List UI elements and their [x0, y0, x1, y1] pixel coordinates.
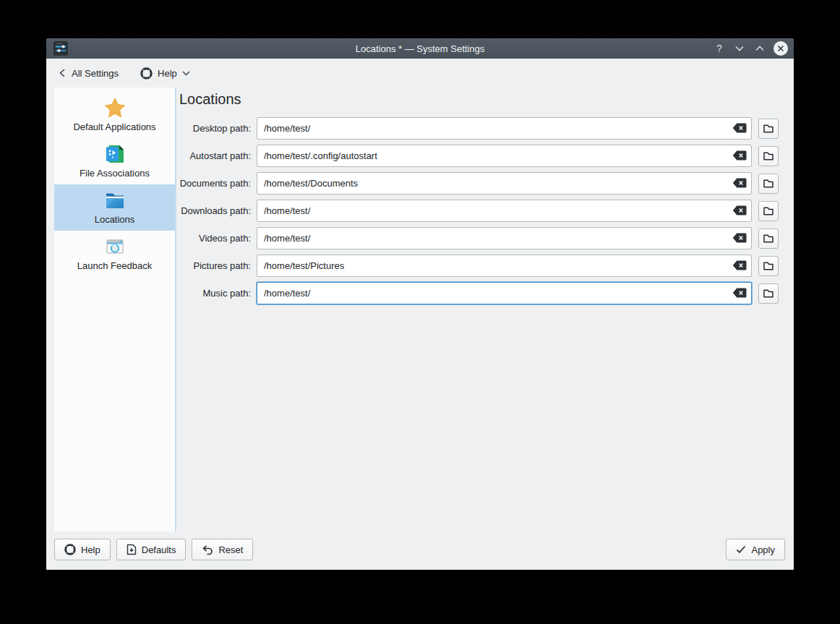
- videos-path-label: Videos path:: [179, 233, 257, 244]
- autostart-path-label: Autostart path:: [179, 150, 257, 161]
- clear-text-icon[interactable]: [732, 123, 747, 133]
- browse-folder-button[interactable]: [758, 283, 779, 304]
- autostart-path-row: Autostart path:: [179, 145, 785, 167]
- pictures-path-label: Pictures path:: [179, 260, 257, 271]
- document-defaults-icon: [127, 544, 137, 555]
- sidebar-item-label: Default Applications: [56, 121, 173, 133]
- chevron-up-icon: [755, 46, 764, 51]
- footer-button-bar: Help Defaults Reset Apply: [54, 539, 785, 560]
- help-label: Help: [158, 68, 177, 79]
- apply-button-label: Apply: [751, 544, 775, 555]
- system-settings-app-icon: [53, 41, 68, 56]
- page-title: Locations: [179, 91, 785, 108]
- browse-folder-button[interactable]: [758, 256, 779, 276]
- clear-text-icon[interactable]: [732, 178, 747, 188]
- downloads-path-row: Downloads path:: [179, 200, 785, 222]
- sidebar-item-label: Launch Feedback: [56, 260, 173, 272]
- sidebar-item-default-applications[interactable]: Default Applications: [54, 92, 175, 138]
- launch-feedback-window-icon: [103, 235, 127, 258]
- all-settings-label: All Settings: [72, 68, 119, 79]
- folder-icon: [763, 233, 774, 244]
- folder-icon: [763, 288, 774, 299]
- all-settings-back-button[interactable]: All Settings: [58, 68, 119, 79]
- locations-panel: Locations Desktop path: Autostart path: …: [179, 87, 785, 309]
- browse-folder-button[interactable]: [758, 228, 779, 249]
- music-path-label: Music path:: [179, 288, 257, 299]
- titlebar[interactable]: Locations * — System Settings ?: [46, 38, 794, 59]
- lifebuoy-help-icon: [140, 67, 153, 80]
- toolbar: All Settings Help: [46, 59, 794, 87]
- pictures-path-row: Pictures path:: [179, 255, 785, 277]
- clear-text-icon[interactable]: [732, 233, 747, 243]
- videos-path-input[interactable]: [257, 227, 752, 249]
- downloads-path-label: Downloads path:: [179, 205, 257, 216]
- sidebar-item-locations[interactable]: Locations: [54, 184, 175, 231]
- close-icon: [777, 45, 784, 52]
- desktop-path-row: Desktop path:: [179, 117, 785, 140]
- browse-folder-button[interactable]: [758, 174, 779, 194]
- pictures-path-input[interactable]: [257, 255, 752, 277]
- documents-path-input[interactable]: [257, 172, 752, 195]
- blue-folder-icon: [103, 189, 127, 212]
- folder-icon: [763, 123, 774, 134]
- apply-button[interactable]: Apply: [726, 539, 785, 560]
- chevron-left-icon: [58, 68, 67, 78]
- desktop-path-label: Desktop path:: [179, 123, 257, 134]
- clear-text-icon[interactable]: [732, 288, 747, 298]
- window-title: Locations * — System Settings: [46, 43, 794, 54]
- help-button-label: Help: [81, 544, 100, 555]
- star-icon: [103, 96, 127, 119]
- reset-button-label: Reset: [218, 544, 243, 555]
- help-button[interactable]: Help: [54, 539, 111, 560]
- documents-path-row: Documents path:: [179, 172, 785, 195]
- music-path-input[interactable]: [257, 282, 752, 304]
- system-settings-window: Locations * — System Settings ? All Sett…: [46, 38, 794, 570]
- titlebar-help-button[interactable]: ?: [713, 42, 726, 55]
- sidebar-item-label: Locations: [56, 214, 173, 226]
- file-associations-icon: [103, 142, 127, 166]
- sidebar-item-launch-feedback[interactable]: Launch Feedback: [54, 231, 175, 277]
- music-path-row: Music path:: [179, 282, 785, 304]
- defaults-button[interactable]: Defaults: [116, 539, 187, 560]
- clear-text-icon[interactable]: [732, 150, 747, 161]
- clear-text-icon[interactable]: [732, 260, 747, 270]
- chevron-down-icon: [182, 71, 190, 76]
- downloads-path-input[interactable]: [257, 200, 752, 222]
- folder-icon: [763, 260, 774, 272]
- folder-icon: [763, 150, 774, 162]
- autostart-path-input[interactable]: [257, 145, 752, 167]
- toolbar-help-button[interactable]: Help: [140, 67, 190, 80]
- sidebar-item-file-associations[interactable]: File Associations: [54, 138, 175, 184]
- browse-folder-button[interactable]: [758, 146, 779, 166]
- desktop-path-input[interactable]: [257, 117, 752, 140]
- lifebuoy-help-icon: [64, 544, 76, 555]
- browse-folder-button[interactable]: [758, 201, 779, 221]
- sidebar-category-list: Default Applications File Associations: [54, 87, 176, 531]
- documents-path-label: Documents path:: [179, 178, 257, 189]
- undo-arrow-icon: [202, 544, 213, 555]
- folder-icon: [763, 205, 774, 217]
- sidebar-item-label: File Associations: [56, 168, 173, 179]
- question-mark-icon: ?: [716, 43, 722, 54]
- minimize-button[interactable]: [733, 42, 746, 55]
- folder-icon: [763, 178, 774, 189]
- reset-button[interactable]: Reset: [192, 539, 253, 560]
- close-button[interactable]: [773, 41, 788, 56]
- clear-text-icon[interactable]: [732, 205, 747, 215]
- checkmark-icon: [736, 545, 746, 554]
- defaults-button-label: Defaults: [142, 544, 176, 555]
- videos-path-row: Videos path:: [179, 227, 785, 249]
- maximize-button[interactable]: [753, 42, 766, 55]
- browse-folder-button[interactable]: [758, 119, 779, 139]
- chevron-down-icon: [735, 46, 744, 51]
